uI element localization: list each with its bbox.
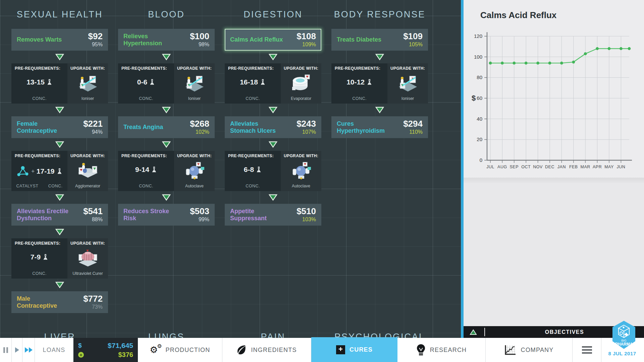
category-header: SEXUAL HEALTH bbox=[11, 0, 108, 29]
cure-card[interactable]: Female Contraceptive$22194% bbox=[11, 116, 108, 138]
svg-text:AUG: AUG bbox=[497, 165, 507, 169]
flow-arrow bbox=[11, 226, 108, 238]
cure-card[interactable]: Removes Warts$9295% bbox=[11, 29, 108, 51]
play-button[interactable] bbox=[12, 338, 22, 362]
flow-arrow bbox=[118, 51, 215, 63]
cure-card[interactable]: Treats Diabetes$109105% bbox=[331, 29, 428, 51]
cure-price: $221 bbox=[83, 119, 103, 128]
dollar-symbol: $ bbox=[78, 342, 82, 349]
concentration-range: 9-14 bbox=[135, 166, 149, 174]
plus-separator: + bbox=[31, 168, 34, 174]
conc-label: CONC. bbox=[352, 96, 367, 101]
production-label: PRODUCTION bbox=[166, 347, 210, 354]
svg-text:MAY: MAY bbox=[604, 165, 614, 169]
flow-arrow-icon bbox=[162, 107, 171, 113]
expand-triangle-icon bbox=[470, 329, 477, 335]
lightbulb-icon bbox=[416, 344, 426, 356]
pause-icon bbox=[3, 347, 8, 353]
flow-arrow-icon bbox=[55, 194, 64, 201]
svg-text:NOV: NOV bbox=[533, 165, 543, 169]
panel-accent-stripe bbox=[461, 0, 464, 338]
flow-arrow bbox=[118, 104, 215, 116]
big-pharma-game-screen: SEXUAL HEALTHRemoves Warts$9295%PRE-REQU… bbox=[0, 0, 644, 362]
catalyst-icon bbox=[16, 166, 29, 177]
play-icon bbox=[15, 347, 19, 353]
tab-cures-active[interactable]: + CURES bbox=[311, 337, 397, 362]
upgrade-title: UPGRADE WITH: bbox=[281, 66, 321, 71]
cure-demand-percent: 103% bbox=[297, 217, 316, 223]
flow-arrow bbox=[225, 138, 321, 151]
prereq-panel: PRE-REQUIREMENTS:13-15CONC.UPGRADE WITH:… bbox=[11, 63, 108, 104]
prereq-title: PRE-REQUIREMENTS: bbox=[225, 154, 281, 158]
cure-card[interactable]: Treats Angina$268102% bbox=[118, 116, 215, 138]
tab-loans[interactable]: LOANS bbox=[35, 338, 73, 362]
conc-label: CONC. bbox=[139, 96, 153, 101]
svg-text:FEB: FEB bbox=[569, 165, 578, 169]
concentration-range: 7-9 bbox=[31, 253, 41, 261]
cure-card[interactable]: Male Contraceptive$77273% bbox=[11, 291, 108, 313]
prereq-title: PRE-REQUIREMENTS: bbox=[11, 66, 67, 71]
cure-name: Appetite Suppressant bbox=[230, 208, 283, 222]
flow-arrow-icon bbox=[269, 141, 277, 148]
cash-balance: $71,645 bbox=[108, 342, 133, 350]
fast-forward-button[interactable] bbox=[22, 338, 35, 362]
flow-arrow bbox=[331, 104, 428, 116]
upgrade-title: UPGRADE WITH: bbox=[174, 66, 215, 71]
tab-ingredients[interactable]: INGREDIENTS bbox=[222, 338, 311, 362]
svg-text:OCT: OCT bbox=[521, 165, 531, 169]
price-history-chart: 020406080100120JULAUGSEPOCTNOVDECJANFEBM… bbox=[464, 0, 644, 178]
category-header: BLOOD bbox=[118, 0, 215, 29]
svg-text:80: 80 bbox=[477, 74, 482, 80]
cure-card[interactable]: Reduces Stroke Risk$50399% bbox=[118, 204, 215, 226]
concentration-range: 6-8 bbox=[244, 166, 254, 174]
hamburger-icon bbox=[582, 346, 592, 354]
cure-card[interactable]: Alleviates Erectile Dysfunction$54188% bbox=[11, 204, 108, 226]
conc-label: CONC. bbox=[32, 96, 47, 101]
flow-arrow bbox=[331, 51, 428, 63]
cure-price: $109 bbox=[403, 32, 423, 41]
prereq-panel: PRE-REQUIREMENTS:6-8CONC.UPGRADE WITH:Au… bbox=[225, 151, 321, 191]
cure-card[interactable]: Appetite Suppressant$510103% bbox=[225, 204, 321, 226]
cure-price: $510 bbox=[297, 207, 316, 216]
cure-card[interactable]: Relieves Hypertension$10098% bbox=[118, 29, 215, 51]
ingredients-label: INGREDIENTS bbox=[251, 347, 297, 354]
upgrade-section: UPGRADE WITH:Ioniser bbox=[387, 63, 428, 104]
prereq-panel: PRE-REQUIREMENTS:7-9CONC.UPGRADE WITH:Ul… bbox=[11, 238, 108, 279]
loans-label: LOANS bbox=[43, 347, 65, 354]
machine-name: Ioniser bbox=[387, 96, 428, 101]
prereq-panel: PRE-REQUIREMENTS:16-18CONC.UPGRADE WITH:… bbox=[225, 63, 321, 104]
flow-arrow bbox=[11, 51, 108, 63]
catalyst-label: CATALYST bbox=[16, 184, 39, 188]
machine-name: Agglomerator bbox=[67, 184, 108, 188]
cure-card[interactable]: Cures Hyperthyroidism$294110% bbox=[331, 116, 428, 138]
prereq-section: PRE-REQUIREMENTS:+17-19CATALYSTCONC. bbox=[11, 151, 67, 191]
prereq-title: PRE-REQUIREMENTS: bbox=[11, 241, 67, 246]
flow-arrow bbox=[225, 51, 321, 63]
cure-demand-percent: 94% bbox=[83, 129, 103, 135]
cure-stats: 1798 30 0 109% Net Demand 25% Saturation… bbox=[464, 183, 644, 326]
svg-text:JUL: JUL bbox=[486, 165, 494, 169]
flask-icon bbox=[47, 79, 52, 85]
panel-divider bbox=[464, 178, 644, 183]
svg-text:APR: APR bbox=[593, 165, 602, 169]
menu-button[interactable] bbox=[573, 338, 601, 362]
tab-research[interactable]: RESEARCH bbox=[397, 338, 486, 362]
prereq-section: PRE-REQUIREMENTS:0-6CONC. bbox=[118, 63, 174, 104]
flask-icon bbox=[367, 79, 372, 85]
machine-name: Ioniser bbox=[67, 96, 108, 101]
machine-icon-ioniser bbox=[77, 72, 99, 95]
tab-company[interactable]: COMPANY bbox=[486, 338, 573, 362]
svg-text:20: 20 bbox=[477, 136, 482, 142]
cure-card[interactable]: Alleviates Stomach Ulcers$243107% bbox=[225, 116, 321, 138]
pause-button[interactable] bbox=[0, 338, 12, 362]
upgrade-title: UPGRADE WITH: bbox=[67, 241, 108, 246]
machine-name: Ultraviolet Curer bbox=[67, 271, 108, 276]
cure-card-selected[interactable]: Calms Acid Reflux$108109% bbox=[225, 29, 321, 51]
prereq-panel: PRE-REQUIREMENTS:+17-19CATALYSTCONC.UPGR… bbox=[11, 151, 108, 191]
panel-body: 020406080100120JULAUGSEPOCTNOVDECJANFEBM… bbox=[464, 0, 644, 338]
tab-production[interactable]: ⚙⚙ PRODUCTION bbox=[138, 338, 222, 362]
conc-label: CONC. bbox=[48, 184, 63, 188]
flow-arrow bbox=[118, 138, 215, 151]
flow-arrow-icon bbox=[162, 54, 171, 60]
upgrade-title: UPGRADE WITH: bbox=[174, 154, 215, 158]
